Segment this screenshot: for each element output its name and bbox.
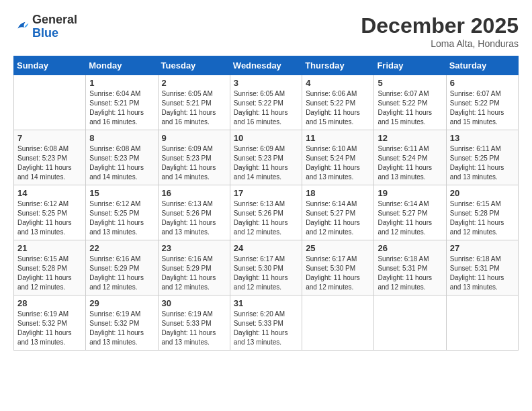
calendar-cell: 5Sunrise: 6:07 AMSunset: 5:22 PMDaylight… (374, 75, 446, 130)
day-number: 8 (89, 133, 154, 143)
day-number: 2 (162, 78, 226, 88)
day-info: Sunrise: 6:18 AMSunset: 5:31 PMDaylight:… (450, 255, 515, 292)
calendar-cell (302, 295, 374, 351)
calendar-week-5: 28Sunrise: 6:19 AMSunset: 5:32 PMDayligh… (14, 295, 519, 351)
month-year-title: December 2025 (361, 13, 519, 38)
day-number: 3 (234, 78, 298, 88)
logo: General Blue (13, 13, 77, 40)
day-info: Sunrise: 6:11 AMSunset: 5:24 PMDaylight:… (378, 144, 442, 182)
day-number: 27 (450, 243, 515, 253)
weekday-header-row: SundayMondayTuesdayWednesdayThursdayFrid… (14, 56, 519, 75)
calendar-cell: 18Sunrise: 6:14 AMSunset: 5:27 PMDayligh… (302, 185, 374, 240)
calendar-cell: 22Sunrise: 6:16 AMSunset: 5:29 PMDayligh… (86, 240, 158, 295)
day-number: 22 (89, 243, 154, 253)
calendar-cell (374, 295, 446, 351)
title-block: December 2025 Loma Alta, Honduras (361, 13, 519, 49)
calendar-cell: 25Sunrise: 6:17 AMSunset: 5:30 PMDayligh… (302, 240, 374, 295)
logo-bird-icon (13, 19, 30, 35)
calendar-cell: 27Sunrise: 6:18 AMSunset: 5:31 PMDayligh… (446, 240, 518, 295)
day-number: 5 (378, 78, 442, 88)
day-info: Sunrise: 6:09 AMSunset: 5:23 PMDaylight:… (162, 144, 226, 182)
calendar-cell: 21Sunrise: 6:15 AMSunset: 5:28 PMDayligh… (14, 240, 86, 295)
logo-general-text: General (32, 13, 77, 26)
logo-blue-text: Blue (32, 26, 58, 40)
day-number: 18 (306, 188, 370, 198)
day-number: 16 (162, 188, 226, 198)
weekday-header-wednesday: Wednesday (230, 56, 302, 75)
calendar-cell: 17Sunrise: 6:13 AMSunset: 5:26 PMDayligh… (230, 185, 302, 240)
calendar-cell: 16Sunrise: 6:13 AMSunset: 5:26 PMDayligh… (158, 185, 230, 240)
calendar-cell: 19Sunrise: 6:14 AMSunset: 5:27 PMDayligh… (374, 185, 446, 240)
day-info: Sunrise: 6:04 AMSunset: 5:21 PMDaylight:… (89, 89, 154, 127)
day-number: 6 (450, 78, 515, 88)
day-info: Sunrise: 6:07 AMSunset: 5:22 PMDaylight:… (450, 89, 515, 127)
calendar-cell: 13Sunrise: 6:11 AMSunset: 5:25 PMDayligh… (446, 130, 518, 185)
day-number: 25 (306, 243, 370, 253)
calendar-cell: 9Sunrise: 6:09 AMSunset: 5:23 PMDaylight… (158, 130, 230, 185)
day-info: Sunrise: 6:17 AMSunset: 5:30 PMDaylight:… (306, 255, 370, 292)
day-info: Sunrise: 6:13 AMSunset: 5:26 PMDaylight:… (234, 199, 298, 237)
day-number: 10 (234, 133, 298, 143)
calendar-cell: 20Sunrise: 6:15 AMSunset: 5:28 PMDayligh… (446, 185, 518, 240)
day-info: Sunrise: 6:05 AMSunset: 5:21 PMDaylight:… (162, 89, 226, 127)
day-info: Sunrise: 6:14 AMSunset: 5:27 PMDaylight:… (306, 199, 370, 237)
day-info: Sunrise: 6:16 AMSunset: 5:29 PMDaylight:… (162, 255, 226, 292)
day-number: 4 (306, 78, 370, 88)
calendar-week-1: 1Sunrise: 6:04 AMSunset: 5:21 PMDaylight… (14, 75, 519, 130)
day-info: Sunrise: 6:19 AMSunset: 5:32 PMDaylight:… (89, 310, 154, 347)
day-number: 11 (306, 133, 370, 143)
day-number: 23 (162, 243, 226, 253)
day-info: Sunrise: 6:15 AMSunset: 5:28 PMDaylight:… (450, 199, 515, 237)
day-info: Sunrise: 6:18 AMSunset: 5:31 PMDaylight:… (378, 255, 442, 292)
calendar-cell: 15Sunrise: 6:12 AMSunset: 5:25 PMDayligh… (86, 185, 158, 240)
location-subtitle: Loma Alta, Honduras (361, 38, 519, 49)
day-info: Sunrise: 6:07 AMSunset: 5:22 PMDaylight:… (378, 89, 442, 127)
day-number: 13 (450, 133, 515, 143)
calendar-cell: 11Sunrise: 6:10 AMSunset: 5:24 PMDayligh… (302, 130, 374, 185)
calendar-cell: 14Sunrise: 6:12 AMSunset: 5:25 PMDayligh… (14, 185, 86, 240)
calendar-cell: 6Sunrise: 6:07 AMSunset: 5:22 PMDaylight… (446, 75, 518, 130)
day-number: 30 (162, 298, 226, 308)
calendar-cell: 3Sunrise: 6:05 AMSunset: 5:22 PMDaylight… (230, 75, 302, 130)
calendar-table: SundayMondayTuesdayWednesdayThursdayFrid… (13, 56, 519, 351)
day-info: Sunrise: 6:08 AMSunset: 5:23 PMDaylight:… (17, 144, 82, 182)
day-info: Sunrise: 6:20 AMSunset: 5:33 PMDaylight:… (234, 310, 298, 347)
weekday-header-sunday: Sunday (14, 56, 86, 75)
weekday-header-thursday: Thursday (302, 56, 374, 75)
calendar-cell: 10Sunrise: 6:09 AMSunset: 5:23 PMDayligh… (230, 130, 302, 185)
calendar-cell: 28Sunrise: 6:19 AMSunset: 5:32 PMDayligh… (14, 295, 86, 351)
calendar-cell: 31Sunrise: 6:20 AMSunset: 5:33 PMDayligh… (230, 295, 302, 351)
day-number: 24 (234, 243, 298, 253)
calendar-cell: 7Sunrise: 6:08 AMSunset: 5:23 PMDaylight… (14, 130, 86, 185)
day-number: 29 (89, 298, 154, 308)
day-info: Sunrise: 6:06 AMSunset: 5:22 PMDaylight:… (306, 89, 370, 127)
day-info: Sunrise: 6:05 AMSunset: 5:22 PMDaylight:… (234, 89, 298, 127)
calendar-cell: 4Sunrise: 6:06 AMSunset: 5:22 PMDaylight… (302, 75, 374, 130)
day-number: 21 (17, 243, 82, 253)
day-number: 26 (378, 243, 442, 253)
calendar-week-4: 21Sunrise: 6:15 AMSunset: 5:28 PMDayligh… (14, 240, 519, 295)
day-info: Sunrise: 6:12 AMSunset: 5:25 PMDaylight:… (17, 199, 82, 237)
day-number: 12 (378, 133, 442, 143)
weekday-header-friday: Friday (374, 56, 446, 75)
day-info: Sunrise: 6:09 AMSunset: 5:23 PMDaylight:… (234, 144, 298, 182)
calendar-week-2: 7Sunrise: 6:08 AMSunset: 5:23 PMDaylight… (14, 130, 519, 185)
day-info: Sunrise: 6:19 AMSunset: 5:33 PMDaylight:… (162, 310, 226, 347)
calendar-cell (14, 75, 86, 130)
calendar-cell: 24Sunrise: 6:17 AMSunset: 5:30 PMDayligh… (230, 240, 302, 295)
day-number: 1 (89, 78, 154, 88)
calendar-cell: 26Sunrise: 6:18 AMSunset: 5:31 PMDayligh… (374, 240, 446, 295)
weekday-header-tuesday: Tuesday (158, 56, 230, 75)
calendar-cell: 29Sunrise: 6:19 AMSunset: 5:32 PMDayligh… (86, 295, 158, 351)
day-number: 28 (17, 298, 82, 308)
calendar-week-3: 14Sunrise: 6:12 AMSunset: 5:25 PMDayligh… (14, 185, 519, 240)
day-number: 9 (162, 133, 226, 143)
calendar-cell: 23Sunrise: 6:16 AMSunset: 5:29 PMDayligh… (158, 240, 230, 295)
day-info: Sunrise: 6:13 AMSunset: 5:26 PMDaylight:… (162, 199, 226, 237)
day-info: Sunrise: 6:14 AMSunset: 5:27 PMDaylight:… (378, 199, 442, 237)
day-info: Sunrise: 6:11 AMSunset: 5:25 PMDaylight:… (450, 144, 515, 182)
weekday-header-monday: Monday (86, 56, 158, 75)
day-number: 31 (234, 298, 298, 308)
calendar-cell: 1Sunrise: 6:04 AMSunset: 5:21 PMDaylight… (86, 75, 158, 130)
day-number: 17 (234, 188, 298, 198)
